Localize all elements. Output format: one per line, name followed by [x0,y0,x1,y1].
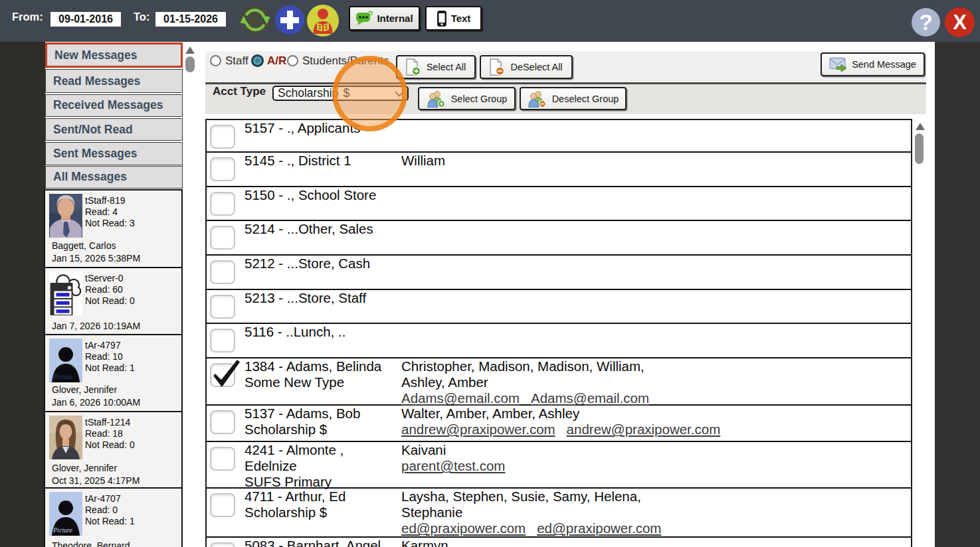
svg-text:Picture: Picture [52,526,73,534]
svg-text:Picture: Picture [52,373,73,380]
